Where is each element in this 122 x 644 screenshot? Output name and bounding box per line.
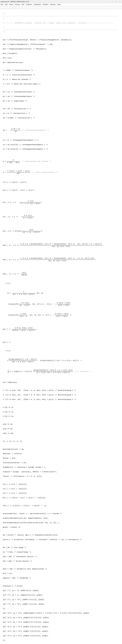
code-line: T = 5000; (* Simulationsdauer *) bbox=[3, 69, 119, 72]
close-icon[interactable]: × bbox=[118, 0, 122, 2]
code-line: imgsize = 380; (* Bildgröße *) bbox=[3, 577, 119, 579]
code-line: Graphics3D[{Opacity[0.15], EdgeForm[None… bbox=[3, 517, 119, 520]
code-line: z''[τ] == mz[τ, m2] - If[m3 > 0, 0, mz[τ… bbox=[3, 398, 119, 401]
code-line: y'[0] == vy, bbox=[3, 411, 119, 413]
code-line: m3 = 10; (* Kugelradius *) bbox=[3, 100, 119, 102]
toolbar-button[interactable] bbox=[10, 6, 12, 8]
code-line: X[τ_] := x[τ] /. sol[[1]]; bbox=[3, 483, 119, 486]
code-line: b[τ_] := √(x[τ]² + y[τ]² + z[τ]²); bbox=[3, 189, 119, 192]
math-formula: a[τ_, σ_] := ArcSin[z[τ]√(z² + |σ - r[τ]… bbox=[3, 226, 119, 234]
math-formula: (π + 1√(z² + 2 σ r[τ] + b[τ]²) k[τ, σ] bbox=[7, 288, 119, 296]
code-line: "Event" :> (If[stepsize < 1*^-4, 0, 1])}… bbox=[3, 475, 119, 478]
math-formula: W[τ_] := bbox=[3, 339, 119, 344]
menu-window[interactable]: Window bbox=[50, 4, 56, 5]
code-line: {µ[" vz"], µ[-> "a"], µ[mB[Y'[τ][τ][τ]]]… bbox=[3, 630, 119, 632]
code-line: plp = 100; (* Flächenplot Details *) bbox=[3, 556, 119, 558]
code-line: StepMonitor :> (laststep = plunge; plung… bbox=[3, 466, 119, 468]
code-line: z'[0] == vz, bbox=[3, 415, 119, 418]
code-line: {µ[" τ"], µ[-> τ], µ[mB[τ][τ]], µ[dp]}, bbox=[3, 590, 119, 592]
code-line: y[0] == y0, bbox=[3, 428, 119, 430]
code-line: mt1 = {"StiffnessSwitching", Method -> {… bbox=[3, 39, 119, 41]
math-formula: h[τ_, σ_, z_] := √4 σ r[τ](z + r[τ])²; bbox=[3, 212, 119, 220]
code-line: {x, y, z}, {τ, 0, T}, bbox=[3, 440, 119, 442]
code-line: mt0 = Automatic; bbox=[3, 52, 119, 55]
code-comment: (* :::::::::::::::::::::::::::::::::::::… bbox=[3, 26, 119, 33]
code-line: InterpolationOrder -> All, bbox=[3, 462, 119, 464]
math-formula: 2 G ρ bbox=[6, 280, 119, 285]
toolbar bbox=[0, 6, 122, 9]
menu-help[interactable]: Help bbox=[57, 4, 60, 5]
math-formula: ρ = Mπ (m1² - m2²); (* Flächendichte der… bbox=[3, 156, 119, 164]
code-line: z0 = 5/1000; (* Startposition z *) bbox=[3, 117, 119, 119]
code-line: ChartElementData["CylindricalSector3D"][… bbox=[3, 522, 119, 524]
code-line: y''[τ] == my[τ, m2] - If[m3 > 0, 0, my[τ… bbox=[3, 394, 119, 396]
code-line: mtd = mt1; bbox=[3, 57, 119, 59]
code-line: x[0] == x0, bbox=[3, 423, 119, 426]
window-titlebar: saturnusi.nb - Wolfram Mathematica 12.0 … bbox=[0, 0, 122, 3]
code-line: {}, bbox=[3, 608, 119, 610]
toolbar-button[interactable] bbox=[20, 6, 22, 8]
code-line: z[0] == z0}, bbox=[3, 432, 119, 435]
code-line: annulus3D[color_, Black, o : OptionsPatt… bbox=[3, 513, 119, 515]
code-line: {}, bbox=[3, 639, 119, 642]
maximize-icon[interactable]: □ bbox=[114, 0, 118, 2]
math-formula: EllipticPi[2 r[τ]r[τ] - σ, a[τ, σ], h[τ,… bbox=[8, 310, 119, 318]
code-line: display[τ_] := Grid[{ bbox=[3, 585, 119, 587]
notebook-content[interactable]: (* :::::::::::::::::::::::::::::::::::::… bbox=[0, 9, 122, 644]
code-comment: (* ::::::::: Mathematica Syntax : yukter… bbox=[3, 22, 119, 24]
menu-format[interactable]: Format bbox=[15, 4, 20, 5]
window-title: saturnusi.nb - Wolfram Mathematica 12.0 bbox=[0, 1, 29, 2]
code-line: R[τ_] := √(x[τ]² + y[τ]² + z[τ]²) /. sol… bbox=[3, 497, 119, 499]
code-line: vx = 0; (* Anfangsgeschwindigkeit x *) bbox=[3, 139, 119, 142]
code-line: vz = v0 Sin[π/8]; (* Anfangsgeschwindigk… bbox=[3, 148, 119, 150]
math-formula: 2 G ρ bbox=[6, 347, 119, 352]
menu-cell[interactable]: Cell bbox=[22, 4, 24, 5]
menu-palettes[interactable]: Palettes bbox=[43, 4, 48, 5]
code-line: x''[τ] == mx[τ, m2] - If[m3 > 0, 0, mx[τ… bbox=[3, 390, 119, 392]
code-line: {µ[" vy"], µ[-> "a"], µ[mB[X[τ]X'[τ][τ]]… bbox=[3, 616, 119, 619]
code-line: Method -> mtd, bbox=[3, 457, 119, 460]
code-comment: (* :::::::::::::::::::::::::::::::::::::… bbox=[3, 13, 119, 20]
minimize-icon[interactable]: — bbox=[111, 0, 114, 2]
menu-insert[interactable]: Insert bbox=[9, 4, 13, 5]
code-line: Λ = 1/2; (* Masse der zentralen Kugel *) bbox=[3, 83, 119, 85]
code-line: PR = 40; (* Plot Range *) bbox=[3, 546, 119, 549]
code-line: µ[text_] := Style[text, FontFamily -> "C… bbox=[3, 538, 119, 541]
code-line: x'[0] == vx, bbox=[3, 406, 119, 409]
code-line: sol = NDSolve[{ bbox=[3, 382, 119, 384]
code-line: M = 1; (* Masse der Scheibe *) bbox=[3, 78, 119, 81]
code-line: G = 1; (* Gravitationskonstante *) bbox=[3, 74, 119, 76]
math-formula: (EllipticE[h[τ]²] (-σ² + b[τ]²)√(σ² + 2 … bbox=[7, 356, 119, 363]
code-line: Bound -> False], θ; bbox=[3, 526, 119, 528]
code-line: {µ[" vz"], µ[-> "a"], µ[mB[Y[τ]Y'[τ][τ]]… bbox=[3, 621, 119, 624]
menubar: File Edit Insert Format Cell Graphics Ev… bbox=[0, 3, 122, 6]
toolbar-button[interactable] bbox=[4, 6, 6, 8]
code-line: mrec = 10; bbox=[3, 572, 119, 575]
toolbar-button[interactable] bbox=[16, 6, 19, 8]
code-line: m1 = 20; (* Scheibenaußenradius *) bbox=[3, 96, 119, 98]
math-formula: v0 = √G (M + Λ)x0; (* Anfangsgeschwindig… bbox=[3, 126, 119, 133]
toolbar-button[interactable] bbox=[1, 6, 3, 8]
menu-graphics[interactable]: Graphics bbox=[26, 4, 32, 5]
toolbar-button[interactable] bbox=[13, 6, 16, 8]
code-line: r[τ_] := √(x[τ]² + y[τ]²); bbox=[3, 181, 119, 184]
menu-file[interactable]: File bbox=[0, 4, 3, 5]
code-line: Plp = 100; (* Kurven Details *) bbox=[3, 560, 119, 562]
math-formula: EllipticPi[-4 σ r[τ](σ - r[τ])², k[τ, σ]… bbox=[8, 299, 119, 307]
menu-evaluation[interactable]: Evaluation bbox=[34, 4, 41, 5]
code-line: stepsize = plunge - laststep;), Method -… bbox=[3, 471, 119, 473]
code-line: m2 = 11; (* Scheibeninnenradius *) bbox=[3, 91, 119, 93]
toolbar-button[interactable] bbox=[7, 6, 9, 8]
math-formula: k[τ_, σ_] := 2 √σ r[τ]z² + 2 σ r[τ] + b[… bbox=[3, 198, 119, 205]
math-formula: i2(1 + Sign[(-σ + r[τ])²]) EllipticPi[h[… bbox=[7, 367, 119, 374]
code-line: {µ[" t"], µ[-> τ], µ[mB[XY[τ][τ]]], µ[dp… bbox=[3, 594, 119, 596]
code-line: x0 = 25; (* Startposition x *) bbox=[3, 108, 119, 110]
math-formula: n = Λ (x[τ]² + y[τ]² + z[τ])m3²; (* inne… bbox=[3, 168, 119, 175]
code-line: vy = v0 Cos[π/8]; (* Anfangsgeschwindigk… bbox=[3, 144, 119, 146]
code-line: {µ[" vy"], µ[-> "a"], µ[mB[X'[τ][τ][τ]]]… bbox=[3, 626, 119, 628]
code-line: XY[τ_] := √((X[τ])² + (Y[τ])² + (Z[τ])² … bbox=[3, 505, 119, 507]
code-line: WorkingPrecision -> wp, bbox=[3, 448, 119, 450]
code-line: Pp2s = 100; (* Parametric Plot Subdivisi… bbox=[3, 568, 119, 570]
code-line: {µ[" v"], µ[-> "a"], µ[mB[X'[τ][τ]]], µ[… bbox=[3, 598, 119, 601]
menu-edit[interactable]: Edit bbox=[5, 4, 8, 5]
